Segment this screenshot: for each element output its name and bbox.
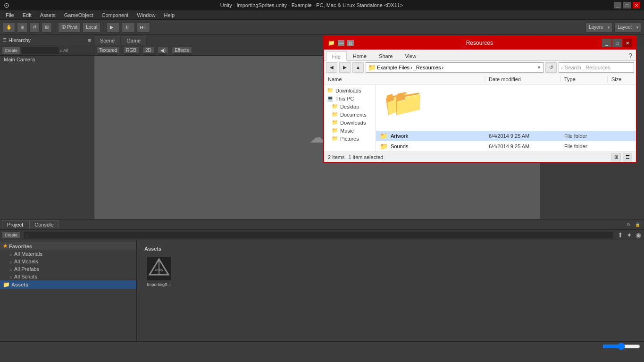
fe-tree-thispc[interactable]: 💻 This PC xyxy=(324,94,376,102)
fe-tab-home[interactable]: Home xyxy=(347,51,373,60)
fe-view-details-icon[interactable]: ☰ xyxy=(623,153,632,161)
fe-file-sounds[interactable]: 📁 Sounds 6/4/2014 9:25 AM File folder xyxy=(376,141,636,152)
fe-col-date[interactable]: Date modified xyxy=(485,76,560,82)
fe-close-button[interactable]: ✕ xyxy=(623,39,632,47)
fe-statusbar-right: ⊞ ☰ xyxy=(611,153,632,161)
tab-project[interactable]: Project xyxy=(2,220,28,228)
fe-restore-button[interactable]: □ xyxy=(612,39,622,47)
fe-up-button[interactable]: ▲ xyxy=(352,62,364,73)
fe-tab-view[interactable]: View xyxy=(399,51,422,60)
menu-help[interactable]: Help xyxy=(160,11,178,19)
pause-button[interactable]: ⏸ xyxy=(122,22,135,33)
pivot-button[interactable]: ⦿ Pivot xyxy=(58,22,81,33)
panel-settings-icon[interactable]: ⊙ xyxy=(625,222,632,227)
fe-path-chevron-down: ▼ xyxy=(537,65,541,70)
hierarchy-header: ☰ Hierarchy ≡ xyxy=(0,35,94,45)
fe-tree-pictures[interactable]: 📁 Pictures xyxy=(324,135,376,143)
fe-tab-file[interactable]: File xyxy=(326,51,347,61)
menu-bar: File Edit Assets GameObject Component Wi… xyxy=(0,10,644,20)
minimize-button[interactable]: _ xyxy=(614,2,621,8)
menu-component[interactable]: Component xyxy=(98,11,132,19)
favorites-header[interactable]: ★ Favorites xyxy=(0,242,136,250)
tree-all-scripts[interactable]: ⌕ All Scripts xyxy=(0,273,136,280)
scene-toolbar-sep1 xyxy=(121,47,122,54)
hierarchy-search-input[interactable] xyxy=(21,47,59,54)
fe-file-sounds-name: 📁 Sounds xyxy=(376,143,485,150)
fe-col-size[interactable]: Size xyxy=(608,76,636,82)
rect-tool-button[interactable]: ⊞ xyxy=(42,22,52,33)
fe-items-count: 2 items xyxy=(328,154,344,160)
menu-assets[interactable]: Assets xyxy=(36,11,59,19)
fe-tree-documents[interactable]: 📁 Documents xyxy=(324,110,376,118)
scene-toolbar-sep4 xyxy=(170,47,170,54)
menu-gameobject[interactable]: GameObject xyxy=(60,11,97,19)
zoom-slider[interactable] xyxy=(602,345,640,348)
asset-grid: Unity ImportingS... xyxy=(141,253,640,289)
fe-help-icon[interactable]: ? xyxy=(627,51,634,60)
fe-folder-thumbnails-area: 📁 📁 xyxy=(378,86,439,129)
fe-file-artwork[interactable]: 📁 Artwork 6/4/2014 9:25 AM File folder xyxy=(376,131,636,141)
tab-console[interactable]: Console xyxy=(29,220,59,228)
move-tool-button[interactable]: ⊕ xyxy=(17,22,27,33)
project-toolbar: Create ⌕ ⬆ ✦ ◉ xyxy=(0,230,644,240)
local-button[interactable]: Local xyxy=(83,22,100,33)
panel-lock-icon[interactable]: 🔒 xyxy=(633,222,642,227)
fe-tree-downloads2-icon: 📁 xyxy=(332,119,338,126)
textured-dropdown[interactable]: Textured xyxy=(96,47,120,54)
menu-edit[interactable]: Edit xyxy=(19,11,35,19)
audio-button[interactable]: ◀) xyxy=(158,47,168,54)
fe-selected-count: 1 item selected xyxy=(348,154,383,160)
project-folder-icon[interactable]: ⬆ xyxy=(617,231,624,239)
project-create-button[interactable]: Create xyxy=(2,231,20,239)
tab-scene[interactable]: Scene xyxy=(94,36,121,45)
fe-tab-share[interactable]: Share xyxy=(373,51,399,60)
tree-all-prefabs[interactable]: ⌕ All Prefabs xyxy=(0,265,136,273)
fe-forward-button[interactable]: ▶ xyxy=(339,62,351,73)
layers-dropdown[interactable]: Layers xyxy=(585,22,612,33)
project-search-box[interactable]: ⌕ xyxy=(24,231,613,239)
title-bar-title: Unity - ImportingSprites.unity - Example… xyxy=(9,2,614,8)
fe-tree-desktop[interactable]: 📁 Desktop xyxy=(324,102,376,110)
project-eye-icon[interactable]: ◉ xyxy=(635,231,642,239)
bottom-panels: Project Console ⊙ 🔒 Create ⌕ ⬆ ✦ ◉ xyxy=(0,219,644,351)
asset-item-importing[interactable]: Unity ImportingS... xyxy=(142,255,176,287)
fe-tree-downloads[interactable]: 📁 Downloads xyxy=(324,86,376,94)
asset-icon-importing: Unity xyxy=(146,255,172,281)
tab-game[interactable]: Game xyxy=(121,36,147,45)
tree-all-models[interactable]: ⌕ All Models xyxy=(0,258,136,265)
fe-refresh-button[interactable]: ↺ xyxy=(545,62,557,73)
fe-minimize-button[interactable]: _ xyxy=(602,39,611,47)
maximize-button[interactable]: □ xyxy=(623,2,631,8)
fe-col-type[interactable]: Type xyxy=(560,76,608,82)
step-button[interactable]: ⏭ xyxy=(137,22,150,33)
fe-address-path[interactable]: 📁 Example Files › _Resources › ▼ xyxy=(366,62,544,73)
search-icon-scripts: ⌕ xyxy=(9,274,12,279)
play-button[interactable]: ▶ xyxy=(107,22,120,33)
fe-view-large-icon[interactable]: ⊞ xyxy=(611,153,621,161)
fe-back-button[interactable]: ◀ xyxy=(326,62,337,73)
menu-file[interactable]: File xyxy=(2,11,18,19)
tree-all-materials[interactable]: ⌕ All Materials xyxy=(0,250,136,258)
project-tree: ★ Favorites ⌕ All Materials ⌕ All Models… xyxy=(0,240,137,341)
rgb-dropdown[interactable]: RGB xyxy=(123,47,139,54)
fe-tree-music[interactable]: 📁 Music xyxy=(324,126,376,135)
layout-dropdown[interactable]: Layout xyxy=(614,22,641,33)
assets-tree-header[interactable]: 📁 Assets xyxy=(0,280,136,289)
hierarchy-menu-icon[interactable]: ≡ xyxy=(88,37,91,43)
twod-button[interactable]: 2D xyxy=(142,47,154,54)
project-star-icon[interactable]: ✦ xyxy=(626,231,633,239)
fe-col-name[interactable]: Name xyxy=(324,76,485,82)
fe-tree-downloads2[interactable]: 📁 Downloads xyxy=(324,118,376,126)
hierarchy-create-button[interactable]: Create xyxy=(2,47,20,54)
fe-path-sep1: › xyxy=(410,65,412,70)
fe-file-artwork-name: 📁 Artwork xyxy=(376,132,485,140)
effects-dropdown[interactable]: Effects xyxy=(172,47,192,54)
hand-tool-button[interactable]: ✋ xyxy=(3,22,15,33)
menu-window[interactable]: Window xyxy=(133,11,159,19)
close-button[interactable]: ✕ xyxy=(633,2,640,8)
refresh-button[interactable]: ↺ xyxy=(29,22,40,33)
hierarchy-icon: ☰ xyxy=(3,38,7,42)
fe-search-box[interactable]: ⌕ Search _Resources xyxy=(559,62,634,73)
toolbar-separator-2 xyxy=(103,22,104,33)
hierarchy-main-camera[interactable]: Main Camera xyxy=(0,56,94,63)
